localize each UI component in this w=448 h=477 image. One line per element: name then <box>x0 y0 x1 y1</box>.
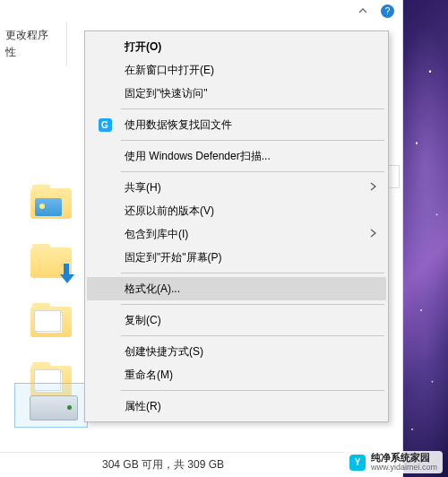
ribbon-collapse-bar: ? <box>0 0 403 22</box>
hard-drive-icon <box>30 395 78 421</box>
ribbon-text-1: 更改程序 <box>5 28 48 43</box>
folder-column <box>30 185 72 396</box>
data-recovery-icon: G <box>98 117 112 132</box>
status-text: 304 GB 可用，共 309 GB <box>102 457 224 473</box>
menu-copy[interactable]: 复制(C) <box>87 308 386 332</box>
ribbon-text-2: 性 <box>5 45 16 60</box>
menu-pin-quick-access[interactable]: 固定到"快速访问" <box>87 82 386 105</box>
folder-icon[interactable] <box>30 362 72 396</box>
menu-include-library[interactable]: 包含到库中(I) <box>87 222 386 246</box>
ribbon-collapse-icon[interactable] <box>358 5 368 16</box>
menu-data-recovery[interactable]: G 使用数据恢复找回文件 <box>87 113 386 136</box>
menu-separator <box>121 273 384 273</box>
file-explorer-window: ? 更改程序 性 304 GB 可用，共 309 GB 打开(O) <box>0 0 403 477</box>
context-menu: 打开(O) 在新窗口中打开(E) 固定到"快速访问" G 使用数据恢复找回文件 … <box>84 30 389 422</box>
menu-pin-start[interactable]: 固定到"开始"屏幕(P) <box>87 246 386 269</box>
menu-properties[interactable]: 属性(R) <box>87 395 386 418</box>
watermark-url: www.yidaimei.com <box>371 464 437 472</box>
menu-open[interactable]: 打开(O) <box>87 35 386 58</box>
menu-defender-scan[interactable]: 使用 Windows Defender扫描... <box>87 144 386 168</box>
menu-open-new-window[interactable]: 在新窗口中打开(E) <box>87 58 386 82</box>
drive-item[interactable] <box>27 395 81 421</box>
watermark-title: 纯净系统家园 <box>371 453 437 464</box>
menu-restore-previous[interactable]: 还原以前的版本(V) <box>87 199 386 222</box>
downloads-folder-icon[interactable] <box>30 244 72 278</box>
watermark-logo-icon: Y <box>349 455 366 471</box>
menu-separator <box>121 335 384 336</box>
help-icon[interactable]: ? <box>381 4 394 18</box>
menu-share[interactable]: 共享(H) <box>87 176 386 199</box>
menu-separator <box>121 304 384 305</box>
menu-separator <box>121 140 384 141</box>
submenu-arrow-icon <box>370 181 377 194</box>
menu-separator <box>121 390 384 391</box>
status-bar: 304 GB 可用，共 309 GB <box>0 452 403 477</box>
menu-format[interactable]: 格式化(A)... <box>87 277 386 300</box>
menu-create-shortcut[interactable]: 创建快捷方式(S) <box>87 340 386 363</box>
pictures-folder-icon[interactable] <box>30 185 72 219</box>
desktop-wallpaper-strip <box>403 0 448 477</box>
menu-separator <box>121 171 384 172</box>
documents-folder-icon[interactable] <box>30 303 72 337</box>
watermark: Y 纯净系统家园 www.yidaimei.com <box>344 451 443 473</box>
menu-separator <box>121 108 384 109</box>
submenu-arrow-icon <box>370 228 377 240</box>
menu-rename[interactable]: 重命名(M) <box>87 363 386 386</box>
ribbon-fragment: 更改程序 性 <box>0 22 67 67</box>
